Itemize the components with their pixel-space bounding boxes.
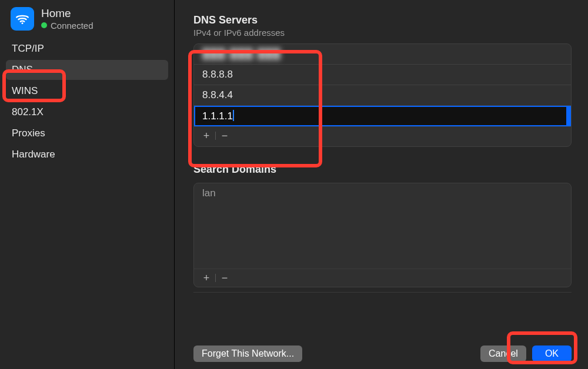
dns-server-row[interactable]: 8.8.8.8	[194, 65, 571, 85]
dns-server-value: ███ ███ ███	[202, 48, 281, 59]
remove-dns-button[interactable]: −	[217, 129, 232, 142]
search-domain-value: lan	[202, 187, 216, 199]
sidebar-item-proxies[interactable]: Proxies	[6, 123, 168, 143]
dns-server-value: 8.8.4.4	[202, 89, 233, 100]
search-domains-title: Search Domains	[193, 163, 572, 176]
footer: Forget This Network... Cancel OK	[193, 337, 572, 362]
footer-separator	[193, 292, 572, 293]
search-domains-section: Search Domains lan + −	[193, 163, 572, 287]
sidebar-item-hardware[interactable]: Hardware	[6, 145, 168, 165]
network-name: Home	[41, 7, 93, 20]
cancel-button[interactable]: Cancel	[480, 345, 526, 362]
sidebar-item-tcpip[interactable]: TCP/IP	[6, 39, 168, 59]
dns-servers-subtitle: IPv4 or IPv6 addresses	[193, 28, 572, 38]
network-status: Connected	[41, 21, 93, 31]
add-domain-button[interactable]: +	[199, 271, 214, 284]
sidebar-item-wins[interactable]: WINS	[6, 81, 168, 101]
sidebar-item-dns[interactable]: DNS	[6, 60, 168, 80]
network-status-label: Connected	[51, 21, 93, 31]
dns-server-value: 1.1.1.1	[202, 110, 233, 122]
dns-server-row[interactable]: 8.8.4.4	[194, 85, 571, 106]
main-content: DNS Servers IPv4 or IPv6 addresses ███ █…	[175, 0, 588, 369]
search-domain-row[interactable]: lan	[194, 183, 571, 203]
toolbar-separator	[215, 274, 216, 282]
toolbar-separator	[215, 132, 216, 140]
svg-point-0	[21, 22, 23, 24]
list-spacer	[194, 203, 571, 269]
forget-network-button[interactable]: Forget This Network...	[193, 345, 302, 362]
dns-server-value: 8.8.8.8	[202, 69, 233, 80]
network-header: Home Connected	[0, 4, 174, 36]
wifi-icon	[11, 7, 34, 31]
sidebar-item-8021x[interactable]: 802.1X	[6, 102, 168, 122]
ok-button[interactable]: OK	[532, 345, 572, 362]
dns-server-row[interactable]: ███ ███ ███	[194, 44, 571, 65]
dns-servers-section: DNS Servers IPv4 or IPv6 addresses ███ █…	[193, 14, 572, 147]
dns-list-toolbar: + −	[194, 126, 571, 145]
network-dns-settings: Home Connected TCP/IP DNS WINS 802.1X Pr…	[0, 0, 588, 369]
add-dns-button[interactable]: +	[199, 129, 214, 142]
dns-server-row-editing[interactable]: 1.1.1.1	[194, 106, 571, 126]
text-cursor-icon	[233, 110, 234, 121]
search-domains-list[interactable]: lan + −	[193, 183, 572, 287]
remove-domain-button[interactable]: −	[217, 271, 232, 284]
dns-servers-list[interactable]: ███ ███ ███ 8.8.8.8 8.8.4.4 1.1.1.1 + −	[193, 43, 572, 147]
sidebar: Home Connected TCP/IP DNS WINS 802.1X Pr…	[0, 0, 175, 369]
settings-nav: TCP/IP DNS WINS 802.1X Proxies Hardware	[0, 36, 174, 168]
status-dot-icon	[41, 22, 47, 28]
dns-servers-title: DNS Servers	[193, 14, 572, 26]
domains-list-toolbar: + −	[194, 269, 571, 287]
